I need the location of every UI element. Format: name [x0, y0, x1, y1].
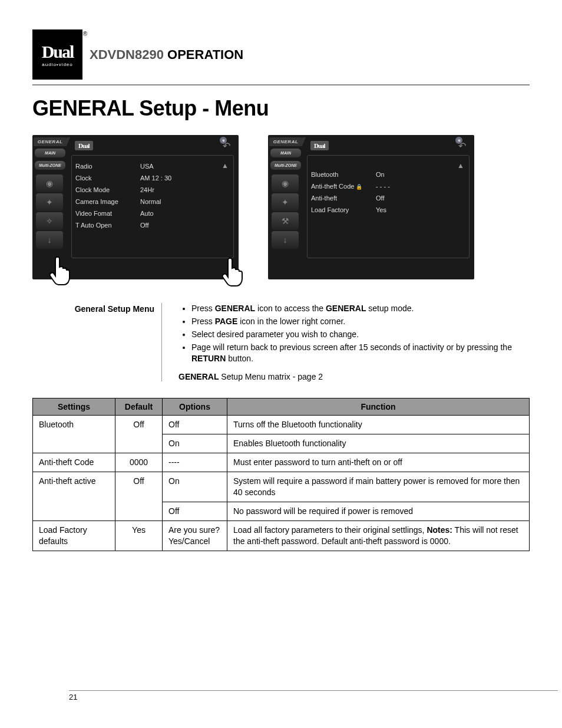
cell-default: Off: [115, 472, 163, 521]
row-value: - - - -: [376, 183, 465, 190]
list-item[interactable]: Anti-theftOff: [311, 192, 465, 204]
logo-sub-text: audio•video: [42, 62, 73, 67]
row-label: Camera Image: [75, 198, 140, 205]
row-value: Normal: [140, 198, 230, 205]
sidebar-icons: ◉ ✦ ✧ ↓: [34, 174, 67, 249]
row-label: Bluetooth: [311, 171, 376, 178]
registered-mark: ®: [83, 31, 87, 37]
table-row: Anti-theft active Off On System will req…: [33, 472, 530, 502]
instruction-item: Page will return back to previous screen…: [191, 342, 530, 364]
header-title: XDVDN8290 OPERATION: [90, 47, 243, 62]
table-header-row: Settings Default Options Function: [33, 398, 530, 416]
cell-function: Enables Bluetooth functionality: [227, 434, 530, 453]
cell-setting: Load Factory defaults: [33, 521, 115, 551]
row-label: Clock: [75, 174, 140, 182]
screen2-list: ▲ BluetoothOn Anti-theft Code🔒- - - - An…: [307, 155, 470, 258]
row-label: T Auto Open: [75, 222, 140, 229]
header-strong: OPERATION: [167, 47, 243, 62]
row-value: Off: [140, 222, 230, 229]
cell-function: Must enter password to turn anti-theft o…: [227, 453, 530, 472]
tab-multizone[interactable]: Multi-ZONE: [270, 161, 301, 170]
back-arrow-icon[interactable]: ↶: [223, 140, 230, 151]
row-value: AM 12 : 30: [140, 174, 230, 182]
instruction-item: Select desired parameter you wish to cha…: [191, 329, 530, 340]
screen2-main: Dual ↶ ▲ BluetoothOn Anti-theft Code🔒- -…: [302, 135, 474, 279]
list-item[interactable]: T Auto OpenOff: [75, 219, 230, 231]
row-label: Anti-theft Code🔒: [311, 183, 376, 190]
row-label: Radio: [75, 163, 140, 170]
download-icon[interactable]: ↓: [272, 231, 299, 249]
cell-option: Off: [163, 416, 227, 434]
screenshot-1: ∗ GENERAL MAIN Multi-ZONE ◉ ✦ ✧ ↓ Dual ↶…: [32, 135, 239, 279]
download-icon[interactable]: ↓: [36, 231, 63, 249]
tab-main[interactable]: MAIN: [270, 149, 301, 157]
globe-icon[interactable]: ✦: [272, 193, 299, 211]
screen1-sidebar: GENERAL MAIN Multi-ZONE ◉ ✦ ✧ ↓: [32, 135, 67, 279]
cell-setting: Anti-theft Code: [33, 453, 115, 472]
screenshots-row: ∗ GENERAL MAIN Multi-ZONE ◉ ✦ ✧ ↓ Dual ↶…: [32, 135, 530, 279]
description-label: General Setup Menu: [74, 303, 162, 381]
tools-icon[interactable]: ✧: [36, 212, 63, 230]
list-item[interactable]: Load FactoryYes: [311, 204, 465, 216]
row-value: Off: [376, 195, 465, 202]
list-item[interactable]: BluetoothOn: [311, 169, 465, 180]
row-label: Anti-theft: [311, 195, 376, 202]
cell-option: ----: [163, 453, 227, 472]
table-row: Anti-theft Code 0000 ---- Must enter pas…: [33, 453, 530, 472]
cell-option: On: [163, 472, 227, 502]
list-item[interactable]: Camera ImageNormal: [75, 196, 230, 207]
screenshot-2: ∗ GENERAL MAIN Multi-ZONE ◉ ✦ ⚒ ↓ Dual ↶…: [268, 135, 474, 279]
col-default: Default: [115, 398, 163, 416]
list-item[interactable]: ClockAM 12 : 30: [75, 172, 230, 184]
col-settings: Settings: [33, 398, 115, 416]
scroll-up-icon[interactable]: ▲: [457, 162, 464, 170]
tab-multizone[interactable]: Multi-ZONE: [35, 161, 65, 170]
cell-function: Load all factory parameters to their ori…: [227, 521, 530, 551]
cell-setting: Anti-theft active: [33, 472, 115, 521]
screen1-topbar: Dual ↶: [71, 139, 234, 153]
table-row: Load Factory defaults Yes Are you sure? …: [33, 521, 530, 551]
cell-default: 0000: [115, 453, 163, 472]
description-body: Press GENERAL icon to access the GENERAL…: [178, 303, 530, 381]
list-item[interactable]: Video FomatAuto: [75, 207, 230, 219]
dual-badge: Dual: [75, 141, 93, 150]
cell-default: Off: [115, 416, 163, 453]
list-item[interactable]: RadioUSA: [75, 160, 230, 172]
col-function: Function: [227, 398, 530, 416]
scroll-up-icon[interactable]: ▲: [222, 162, 229, 170]
cell-setting: Bluetooth: [33, 416, 115, 453]
tab-general[interactable]: GENERAL: [269, 137, 302, 146]
row-label: Video Fomat: [75, 210, 140, 217]
screen2-sidebar: GENERAL MAIN Multi-ZONE ◉ ✦ ⚒ ↓: [268, 135, 302, 279]
instruction-item: Press GENERAL icon to access the GENERAL…: [191, 303, 530, 314]
description-section: General Setup Menu Press GENERAL icon to…: [32, 303, 530, 381]
cell-option: Are you sure? Yes/Cancel: [163, 521, 227, 551]
tab-general[interactable]: GENERAL: [34, 137, 67, 146]
tab-main[interactable]: MAIN: [35, 149, 65, 157]
cell-default: Yes: [115, 521, 163, 551]
disc-icon[interactable]: ◉: [272, 174, 299, 192]
screen2-topbar: Dual ↶: [307, 139, 470, 153]
tools-icon[interactable]: ⚒: [272, 212, 299, 230]
instruction-list: Press GENERAL icon to access the GENERAL…: [178, 303, 530, 364]
row-label: Load Factory: [311, 206, 376, 213]
brand-logo: ® Dual audio•video: [32, 29, 82, 80]
row-label: Clock Mode: [75, 186, 140, 193]
screen1-main: Dual ↶ ▲ RadioUSA ClockAM 12 : 30 Clock …: [67, 135, 239, 279]
matrix-caption: GENERAL Setup Menu matrix - page 2: [178, 372, 530, 381]
list-item[interactable]: Anti-theft Code🔒- - - -: [311, 180, 465, 192]
back-arrow-icon[interactable]: ↶: [458, 140, 466, 151]
row-value: Auto: [140, 210, 230, 217]
model-number: XDVDN8290: [90, 47, 164, 62]
header-divider: [32, 84, 530, 85]
page-number: 21: [69, 690, 558, 701]
row-value: USA: [140, 163, 230, 170]
cell-function: Turns off the Bluetooth functionality: [227, 416, 530, 434]
globe-icon[interactable]: ✦: [36, 193, 63, 211]
cell-function: System will require a password if main b…: [227, 472, 530, 502]
list-item[interactable]: Clock Mode24Hr: [75, 184, 230, 196]
row-value: Yes: [376, 206, 465, 213]
col-options: Options: [163, 398, 227, 416]
page-title: GENERAL Setup - Menu: [32, 96, 530, 121]
disc-icon[interactable]: ◉: [36, 174, 63, 192]
